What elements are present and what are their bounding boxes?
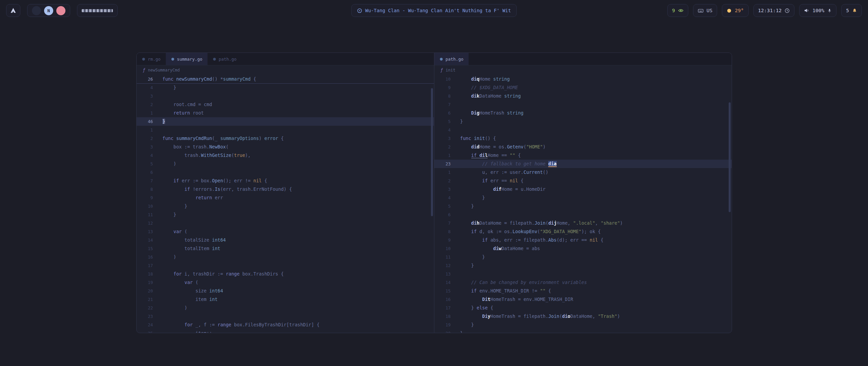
- line-number: 24: [137, 321, 153, 329]
- code-line[interactable]: 8 dikDataHome string: [434, 92, 732, 100]
- code-line[interactable]: 5 }: [434, 202, 732, 210]
- code-text: size int64: [162, 287, 223, 295]
- code-line[interactable]: 24 for _, f := range box.FilesByTrashDir…: [137, 321, 434, 329]
- window-title-widget[interactable]: [77, 4, 118, 17]
- code-line[interactable]: 2 root.cmd = cmd: [137, 100, 434, 109]
- code-line[interactable]: 2 if err == nil {: [434, 177, 732, 185]
- scrollbar[interactable]: [729, 102, 731, 212]
- code-line[interactable]: 10 diwDataHome = abs: [434, 244, 732, 253]
- code-line[interactable]: 10 }: [137, 202, 434, 210]
- line-number: 2: [137, 134, 153, 143]
- code-line[interactable]: 18 for i, trashDir := range box.TrashDir…: [137, 270, 434, 278]
- code-line[interactable]: 6: [434, 210, 732, 219]
- code-line[interactable]: 4 trash.WithGetSize(true),: [137, 151, 434, 160]
- code-line[interactable]: 4 }: [137, 83, 434, 92]
- tab-summary.go[interactable]: summary.go: [166, 53, 208, 65]
- code-line[interactable]: 21 item int: [137, 295, 434, 304]
- code-line[interactable]: 6 DigHomeTrash string: [434, 109, 732, 117]
- notification-count: 5: [846, 8, 849, 13]
- watcher-widget[interactable]: 9: [667, 4, 688, 17]
- code-line[interactable]: 1: [137, 126, 434, 134]
- code-line[interactable]: 7 if err := box.Open(); err != nil {: [137, 177, 434, 185]
- code-line[interactable]: 2 didHome = os.Getenv("HOME"): [434, 143, 732, 151]
- code-line[interactable]: 2func summaryCmdRun(_ summaryOptions) er…: [137, 134, 434, 143]
- code-line[interactable]: 18 DiyHomeTrash = filepath.Join(dioDataH…: [434, 312, 732, 321]
- code-line[interactable]: 9 if abs, err := filepath.Abs(d); err ==…: [434, 236, 732, 244]
- code-line[interactable]: 5 ): [137, 160, 434, 168]
- tab-path.go[interactable]: path.go: [208, 53, 242, 65]
- code-line[interactable]: 13: [434, 270, 732, 278]
- workspace-indicator-1[interactable]: [32, 6, 41, 15]
- code-line[interactable]: 16 DitHomeTrash = env.HOME_TRASH_DIR: [434, 295, 732, 304]
- code-text: if abs, err := filepath.Abs(d); err == n…: [460, 236, 604, 244]
- keyboard-icon: [698, 8, 704, 14]
- line-number: 20: [434, 329, 451, 333]
- code-line[interactable]: 12 }: [434, 261, 732, 270]
- notifications-widget[interactable]: 5: [841, 4, 862, 17]
- code-line[interactable]: 14 // Can be changed by environment vari…: [434, 278, 732, 287]
- code-line[interactable]: 1 if dilHome == "" {: [434, 151, 732, 160]
- code-text: if d, ok := os.LookupEnv("XDG_DATA_HOME"…: [460, 227, 601, 236]
- code-line[interactable]: 46}: [137, 117, 434, 126]
- code-line[interactable]: 8 if d, ok := os.LookupEnv("XDG_DATA_HOM…: [434, 227, 732, 236]
- code-line[interactable]: 14 totalSize int64: [137, 236, 434, 244]
- code-line[interactable]: 4: [434, 126, 732, 134]
- code-line[interactable]: 1 u, err := user.Current(): [434, 168, 732, 177]
- go-file-icon: [171, 57, 175, 61]
- context-line[interactable]: 26func newSummaryCmd() *summaryCmd {: [137, 75, 434, 83]
- code-area[interactable]: 26func newSummaryCmd() *summaryCmd {4 }3…: [137, 75, 434, 333]
- code-line[interactable]: 3 box := trash.NewBox(: [137, 143, 434, 151]
- keyboard-layout-widget[interactable]: US: [693, 4, 717, 17]
- code-line[interactable]: 3 difHome = u.HomeDir: [434, 185, 732, 194]
- clock-widget[interactable]: 12:31:12: [753, 4, 795, 17]
- code-line[interactable]: 19 }: [434, 321, 732, 329]
- code-line[interactable]: 7 dihDataHome = filepath.Join(dijHome, "…: [434, 219, 732, 227]
- volume-widget[interactable]: 100%: [799, 4, 836, 17]
- code-line[interactable]: 19 var (: [137, 278, 434, 287]
- code-area[interactable]: 10 diqHome string9 // $XDG_DATA_HOME8 di…: [434, 75, 732, 333]
- workspace-indicator-2[interactable]: N: [44, 6, 53, 15]
- code-line[interactable]: 15 totalItem int: [137, 244, 434, 253]
- code-line[interactable]: 11 }: [434, 253, 732, 261]
- code-line[interactable]: 15 if env.HOME_TRASH_DIR != "" {: [434, 287, 732, 295]
- code-line[interactable]: 10 diqHome string: [434, 75, 732, 83]
- code-line[interactable]: 20 size int64: [137, 287, 434, 295]
- now-playing-widget[interactable]: Wu-Tang Clan - Wu-Tang Clan Ain't Nuthin…: [351, 4, 517, 17]
- code-line[interactable]: 3: [137, 92, 434, 100]
- tab-path.go[interactable]: path.go: [434, 53, 469, 65]
- code-line[interactable]: 17 } else {: [434, 304, 732, 312]
- code-line[interactable]: 17: [137, 261, 434, 270]
- code-line[interactable]: 5}: [434, 117, 732, 126]
- code-line[interactable]: 12: [137, 219, 434, 227]
- code-line[interactable]: 6: [137, 168, 434, 177]
- code-text: func init() {: [460, 134, 496, 143]
- code-line[interactable]: 20}: [434, 329, 732, 333]
- code-line[interactable]: 4 }: [434, 194, 732, 202]
- weather-widget[interactable]: 29°: [722, 4, 748, 17]
- line-number: 13: [137, 227, 153, 236]
- code-text: return root: [162, 109, 204, 117]
- line-number: 1: [137, 126, 153, 134]
- code-line[interactable]: 1 return root: [137, 109, 434, 117]
- code-line[interactable]: 13 var (: [137, 227, 434, 236]
- scrollbar[interactable]: [431, 88, 433, 216]
- workspace-indicator-3[interactable]: [56, 6, 65, 15]
- code-line[interactable]: 8 if !errors.Is(err, trash.ErrNotFound) …: [137, 185, 434, 194]
- launcher-button[interactable]: [6, 4, 20, 17]
- top-bar: N Wu-Tang Clan - Wu-Tang Clan Ain't Nuth…: [0, 0, 868, 22]
- code-line[interactable]: 9 return err: [137, 194, 434, 202]
- code-line[interactable]: 23 // fallback to get home dia: [434, 160, 732, 168]
- code-text: trash.WithGetSize(true),: [162, 151, 251, 160]
- code-line[interactable]: 3func init() {: [434, 134, 732, 143]
- line-number: 12: [137, 219, 153, 227]
- time: 12:31:12: [758, 8, 782, 13]
- code-line[interactable]: 23: [137, 312, 434, 321]
- arch-logo-icon: [10, 7, 16, 14]
- code-line[interactable]: 11 }: [137, 210, 434, 219]
- code-line[interactable]: 9 // $XDG_DATA_HOME: [434, 83, 732, 92]
- code-line[interactable]: 25 item++: [137, 329, 434, 333]
- code-line[interactable]: 7: [434, 100, 732, 109]
- code-line[interactable]: 16 ): [137, 253, 434, 261]
- tab-rm.go[interactable]: rm.go: [137, 53, 166, 65]
- code-line[interactable]: 22 ): [137, 304, 434, 312]
